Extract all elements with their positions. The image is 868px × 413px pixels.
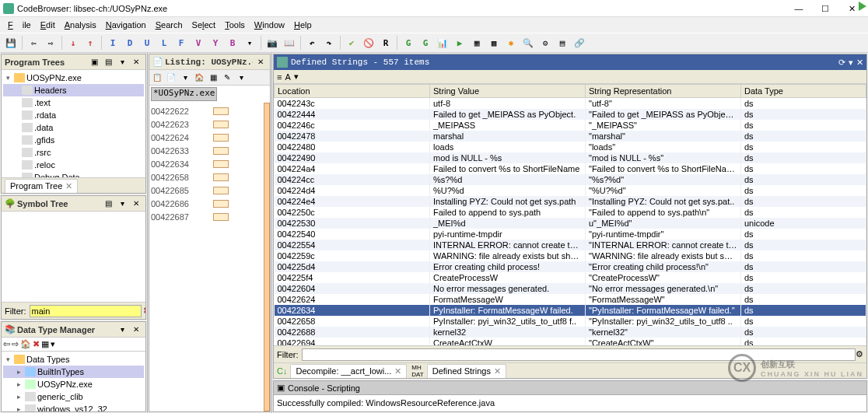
listing-line[interactable]: 00422623 bbox=[151, 117, 268, 131]
listing-close-icon[interactable]: ✕ bbox=[254, 56, 267, 68]
table-row[interactable]: 00422478marshal"marshal"ds bbox=[275, 131, 866, 142]
tool-l-icon[interactable]: L bbox=[156, 35, 172, 51]
tool-g2-icon[interactable]: G bbox=[418, 35, 433, 51]
table-row[interactable]: 00422554INTERNAL ERROR: cannot create te… bbox=[275, 240, 866, 250]
listing-file-tab[interactable]: *UOSyPNz.exe bbox=[151, 87, 217, 101]
program-tree-body[interactable]: ▾UOSyPNz.exe Headers.text.rdata.data.gfi… bbox=[2, 70, 145, 177]
minimize-button[interactable]: — bbox=[786, 2, 812, 16]
dtm-builtin[interactable]: ▸BuiltInTypes bbox=[3, 366, 144, 378]
strings-refresh-icon[interactable]: ⟳ bbox=[838, 58, 845, 68]
dtm-more-icon[interactable]: ▾ bbox=[51, 339, 55, 349]
table-row[interactable]: 00422624FormatMessageW"FormatMessageW"ds bbox=[275, 294, 866, 305]
table-row[interactable]: 0042250cFailed to append to sys.path"Fai… bbox=[275, 207, 866, 218]
listing-line[interactable]: 00422687 bbox=[151, 210, 268, 223]
redo-icon[interactable]: ↷ bbox=[321, 35, 337, 51]
table-row[interactable]: 00422530_MEI%du"_MEI%d"unicode bbox=[275, 218, 866, 229]
table-row[interactable]: 00422480loads"loads"ds bbox=[275, 142, 866, 152]
tool-i-icon[interactable]: I bbox=[105, 35, 121, 51]
col-string-rep[interactable]: String Representation bbox=[586, 85, 741, 98]
forward-icon[interactable]: ⇨ bbox=[43, 35, 58, 51]
tool-r-icon[interactable]: R bbox=[378, 35, 394, 51]
table-row[interactable]: 004224e4Installing PYZ: Could not get sy… bbox=[275, 196, 866, 207]
strings-tab[interactable]: Defined Strings✕ bbox=[427, 364, 506, 378]
cancel-icon[interactable]: 🚫 bbox=[361, 35, 376, 51]
menu-navigation[interactable]: Navigation bbox=[101, 19, 151, 31]
st-close-icon[interactable]: ✕ bbox=[130, 198, 142, 210]
table-row[interactable]: 004225f4CreateProcessW"CreateProcessW"ds bbox=[275, 272, 866, 283]
console-body[interactable]: Successfully compiled: WindowsResourceRe… bbox=[274, 395, 866, 411]
decompile-tab-close-icon[interactable]: ✕ bbox=[394, 366, 401, 376]
table-row[interactable]: 00422658PyInstaller: pyi_win32_utils_to_… bbox=[275, 316, 866, 327]
table-row[interactable]: 00422540pyi-runtime-tmpdir"pyi-runtime-t… bbox=[275, 229, 866, 240]
lt-paste-icon[interactable]: 📄 bbox=[165, 72, 177, 84]
table-icon[interactable]: ▤ bbox=[555, 35, 570, 51]
pt-btn1-icon[interactable]: ▣ bbox=[88, 56, 100, 68]
tool-y-icon[interactable]: Y bbox=[208, 35, 223, 51]
lt-copy-icon[interactable]: 📋 bbox=[151, 72, 163, 84]
lt-more-icon[interactable]: ▾ bbox=[235, 72, 247, 84]
tree-item-reloc[interactable]: .reloc bbox=[3, 159, 144, 171]
col-data-type[interactable]: Data Type bbox=[741, 85, 866, 98]
dtm-filter-icon[interactable]: ✖ bbox=[33, 339, 40, 349]
symbol-filter-input[interactable] bbox=[30, 305, 142, 317]
dtm-body[interactable]: ▾Data Types ▸BuiltInTypes ▸UOSyPNz.exe ▸… bbox=[2, 352, 145, 411]
symbol-tree-body[interactable] bbox=[2, 212, 145, 302]
chart-icon[interactable]: 📊 bbox=[435, 35, 450, 51]
tab-close-icon[interactable]: ✕ bbox=[65, 181, 72, 191]
stack-icon[interactable]: ▦ bbox=[469, 35, 485, 51]
dropdown-icon[interactable]: ▾ bbox=[242, 35, 257, 51]
listing-line[interactable]: 00422686 bbox=[151, 197, 268, 210]
back-icon[interactable]: ⇦ bbox=[26, 35, 41, 51]
table-row[interactable]: 00422634PyInstaller: FormatMessageW fail… bbox=[275, 305, 866, 316]
maximize-button[interactable]: ☐ bbox=[812, 2, 838, 16]
table-row[interactable]: 004225d4Error creating child process!"Er… bbox=[275, 261, 866, 272]
nav-next-icon[interactable]: ↑ bbox=[82, 35, 98, 51]
table-row[interactable]: 0042259cWARNING: file already exists but… bbox=[275, 250, 866, 261]
col-string-value[interactable]: String Value bbox=[430, 85, 586, 98]
table-row[interactable]: 0042246c_MEIPASS"_MEIPASS"ds bbox=[275, 120, 866, 131]
filter-clear-icon[interactable]: ✖ bbox=[143, 306, 147, 316]
run-icon[interactable]: ▶ bbox=[452, 35, 467, 51]
grid-icon[interactable]: ▩ bbox=[486, 35, 502, 51]
dtm-root[interactable]: ▾Data Types bbox=[3, 353, 144, 366]
lt-edit-icon[interactable]: ✎ bbox=[221, 72, 233, 84]
strings-close-icon[interactable]: ✕ bbox=[856, 58, 863, 68]
decompile-tab[interactable]: Decompile: __acrt_lowi...✕ bbox=[290, 364, 407, 378]
listing-line[interactable]: 00422624 bbox=[151, 131, 268, 144]
script-icon[interactable]: ✔ bbox=[344, 35, 359, 51]
pt-menu-icon[interactable]: ▾ bbox=[116, 56, 128, 68]
pt-close-icon[interactable]: ✕ bbox=[130, 56, 142, 68]
pt-btn2-icon[interactable]: ▤ bbox=[102, 56, 114, 68]
dtm-fwd-icon[interactable]: ⇨ bbox=[12, 339, 19, 349]
dtm-view-icon[interactable]: ▦ bbox=[41, 339, 49, 349]
st-tool1-icon[interactable]: ≡ bbox=[277, 72, 282, 82]
program-tree-tab[interactable]: Program Tree✕ bbox=[5, 179, 78, 193]
overview-marker[interactable] bbox=[264, 103, 270, 411]
search-icon[interactable]: 🔍 bbox=[520, 35, 536, 51]
menu-edit[interactable]: Edit bbox=[36, 19, 60, 31]
tool-g1-icon[interactable]: G bbox=[401, 35, 416, 51]
menu-analysis[interactable]: Analysis bbox=[60, 19, 101, 31]
menu-window[interactable]: Window bbox=[250, 19, 289, 31]
link-icon[interactable]: 🔗 bbox=[572, 35, 587, 51]
table-row[interactable]: 00422444Failed to get _MEIPASS as PyObje… bbox=[275, 109, 866, 120]
menu-select[interactable]: Select bbox=[187, 19, 221, 31]
tree-item-rdata[interactable]: .rdata bbox=[3, 109, 144, 121]
undo-icon[interactable]: ↶ bbox=[304, 35, 320, 51]
tree-item-DebugData[interactable]: Debug Data bbox=[3, 171, 144, 177]
tool-b-icon[interactable]: B bbox=[225, 35, 240, 51]
listing-line[interactable]: 00422633 bbox=[151, 144, 268, 157]
menu-help[interactable]: Help bbox=[289, 19, 317, 31]
listing-line[interactable]: 00422634 bbox=[151, 157, 268, 170]
strings-tab-close-icon[interactable]: ✕ bbox=[494, 366, 501, 376]
listing-line[interactable]: 00422685 bbox=[151, 184, 268, 197]
listing-body[interactable]: 0042262200422623004226240042263300422634… bbox=[149, 103, 270, 411]
table-row[interactable]: 00422694CreateActCtxW"CreateActCtxW"ds bbox=[275, 338, 866, 345]
tree-root[interactable]: ▾UOSyPNz.exe bbox=[3, 72, 144, 84]
gear-icon[interactable]: ⚙ bbox=[537, 35, 553, 51]
tool-d-icon[interactable]: D bbox=[122, 35, 138, 51]
dtm-home-icon[interactable]: 🏠 bbox=[20, 339, 31, 349]
camera-icon[interactable]: 📷 bbox=[264, 35, 280, 51]
tool-u-icon[interactable]: U bbox=[139, 35, 155, 51]
menu-file[interactable]: File bbox=[3, 19, 36, 31]
